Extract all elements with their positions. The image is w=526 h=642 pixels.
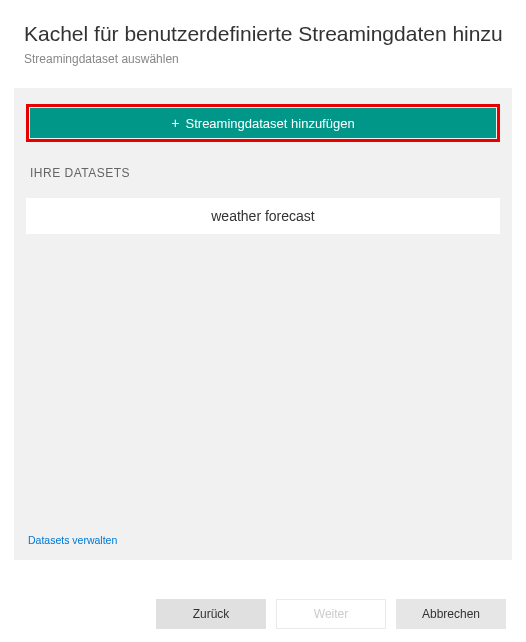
content-area: + Streamingdataset hinzufügen IHRE DATAS… [14,88,512,560]
next-button: Weiter [276,599,386,629]
manage-datasets-link[interactable]: Datasets verwalten [28,534,117,546]
add-streaming-dataset-button[interactable]: + Streamingdataset hinzufügen [30,108,496,138]
plus-icon: + [171,116,179,130]
back-button[interactable]: Zurück [156,599,266,629]
dialog-subtitle: Streamingdataset auswählen [24,52,502,66]
dialog-title: Kachel für benutzerdefinierte Streamingd… [24,22,502,46]
your-datasets-label: IHRE DATASETS [26,166,500,180]
dataset-item[interactable]: weather forecast [26,198,500,234]
dialog-footer: Zurück Weiter Abbrechen [0,586,526,642]
add-button-label: Streamingdataset hinzufügen [186,116,355,131]
cancel-button[interactable]: Abbrechen [396,599,506,629]
dataset-name: weather forecast [211,208,315,224]
dialog-header: Kachel für benutzerdefinierte Streamingd… [0,0,526,76]
add-button-highlight: + Streamingdataset hinzufügen [26,104,500,142]
